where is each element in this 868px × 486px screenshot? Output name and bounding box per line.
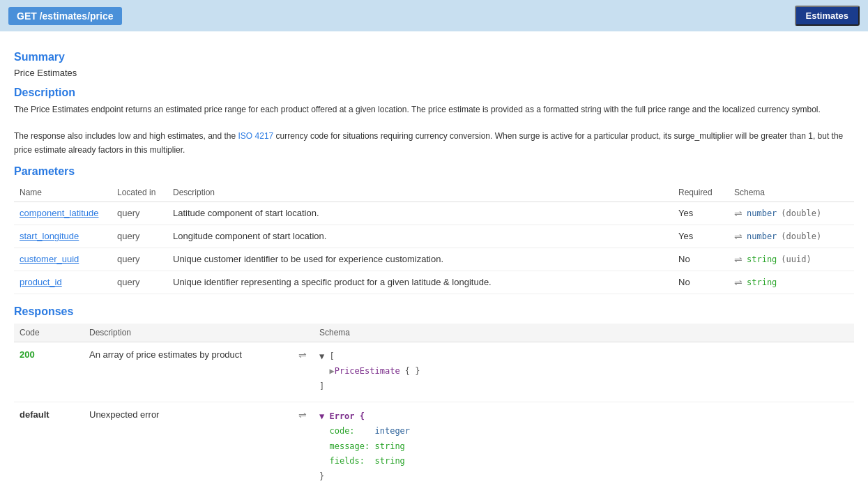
param-required: No bbox=[673, 248, 729, 271]
table-row: customer_uuid query Unique customer iden… bbox=[14, 248, 854, 271]
param-schema: ⇌ number (double) bbox=[729, 202, 854, 225]
schema-arrows-icon: ⇌ bbox=[734, 208, 743, 219]
schema-block-default: ▼ Error { code: integer message: string … bbox=[319, 409, 848, 485]
param-description: Unique identifier representing a specifi… bbox=[167, 271, 673, 294]
parameters-table: Name Located in Description Required Sch… bbox=[14, 183, 854, 294]
table-row: default Unexpected error ⇌ ▼ Error { cod… bbox=[14, 402, 854, 486]
col-header-schema: Schema bbox=[729, 183, 854, 202]
param-description: Unique customer identifier to be used fo… bbox=[167, 248, 673, 271]
schema-type: string bbox=[747, 278, 777, 287]
responses-section: Responses Code Description Schema 200 An… bbox=[14, 305, 854, 486]
response-code: default bbox=[14, 402, 84, 486]
param-description: Latitude component of start location. bbox=[167, 202, 673, 225]
param-name-link[interactable]: start_longitude bbox=[20, 231, 79, 241]
schema-type: string bbox=[747, 255, 777, 264]
r-col-header-schema: Schema bbox=[314, 324, 854, 342]
summary-title: Summary bbox=[14, 51, 854, 63]
parameters-title: Parameters bbox=[14, 165, 854, 178]
param-name-link[interactable]: product_id bbox=[20, 277, 62, 287]
param-schema: ⇌ string bbox=[729, 271, 854, 294]
response-schema: ▼ [ ▶PriceEstimate { } ] bbox=[314, 342, 854, 402]
description-section: Description The Price Estimates endpoint… bbox=[14, 86, 854, 157]
endpoint-badge: GET /estimates/price bbox=[8, 7, 122, 25]
param-name-link[interactable]: customer_uuid bbox=[20, 254, 79, 264]
r-col-header-description: Description bbox=[84, 324, 293, 342]
param-required: Yes bbox=[673, 225, 729, 248]
schema-arrows-icon: ⇌ bbox=[734, 254, 743, 265]
table-row: start_longitude query Longitude componen… bbox=[14, 225, 854, 248]
schema-sub: (double) bbox=[781, 231, 821, 241]
table-row: 200 An array of price estimates by produ… bbox=[14, 342, 854, 402]
parameters-section: Parameters Name Located in Description R… bbox=[14, 165, 854, 294]
param-name-link[interactable]: component_latitude bbox=[20, 208, 98, 218]
iso-link[interactable]: ISO 4217 bbox=[238, 131, 274, 141]
param-located: query bbox=[112, 248, 167, 271]
param-description: Longitude component of start location. bbox=[167, 225, 673, 248]
schema-type: number bbox=[747, 208, 777, 218]
col-header-name: Name bbox=[14, 183, 112, 202]
param-located: query bbox=[112, 202, 167, 225]
col-header-required: Required bbox=[673, 183, 729, 202]
param-required: No bbox=[673, 271, 729, 294]
schema-sub: (uuid) bbox=[781, 255, 811, 264]
tag-button[interactable]: Estimates bbox=[795, 6, 860, 26]
responses-title: Responses bbox=[14, 305, 854, 318]
col-header-description: Description bbox=[167, 183, 673, 202]
table-row: component_latitude query Latitude compon… bbox=[14, 202, 854, 225]
description-title: Description bbox=[14, 86, 854, 99]
response-schema-icon: ⇌ bbox=[293, 342, 314, 402]
schema-arrows-icon: ⇌ bbox=[734, 277, 743, 288]
param-required: Yes bbox=[673, 202, 729, 225]
schema-arrows-icon: ⇌ bbox=[734, 231, 743, 242]
responses-table: Code Description Schema 200 An array of … bbox=[14, 324, 854, 486]
schema-type: number bbox=[747, 231, 777, 241]
schema-block-200: ▼ [ ▶PriceEstimate { } ] bbox=[319, 349, 848, 395]
schema-sub: (double) bbox=[781, 208, 821, 218]
summary-text: Price Estimates bbox=[14, 68, 854, 78]
col-header-located: Located in bbox=[112, 183, 167, 202]
response-description: Unexpected error bbox=[84, 402, 293, 486]
r-col-header-code: Code bbox=[14, 324, 84, 342]
summary-section: Summary Price Estimates bbox=[14, 51, 854, 78]
response-schema: ▼ Error { code: integer message: string … bbox=[314, 402, 854, 486]
response-schema-icon: ⇌ bbox=[293, 402, 314, 486]
top-bar: GET /estimates/price Estimates bbox=[0, 0, 868, 31]
r-col-header-schema-icon bbox=[293, 324, 314, 342]
param-schema: ⇌ number (double) bbox=[729, 225, 854, 248]
param-located: query bbox=[112, 225, 167, 248]
response-code: 200 bbox=[14, 342, 84, 402]
param-schema: ⇌ string (uuid) bbox=[729, 248, 854, 271]
table-row: product_id query Unique identifier repre… bbox=[14, 271, 854, 294]
description-text: The Price Estimates endpoint returns an … bbox=[14, 103, 854, 157]
param-located: query bbox=[112, 271, 167, 294]
response-description: An array of price estimates by product bbox=[84, 342, 293, 402]
